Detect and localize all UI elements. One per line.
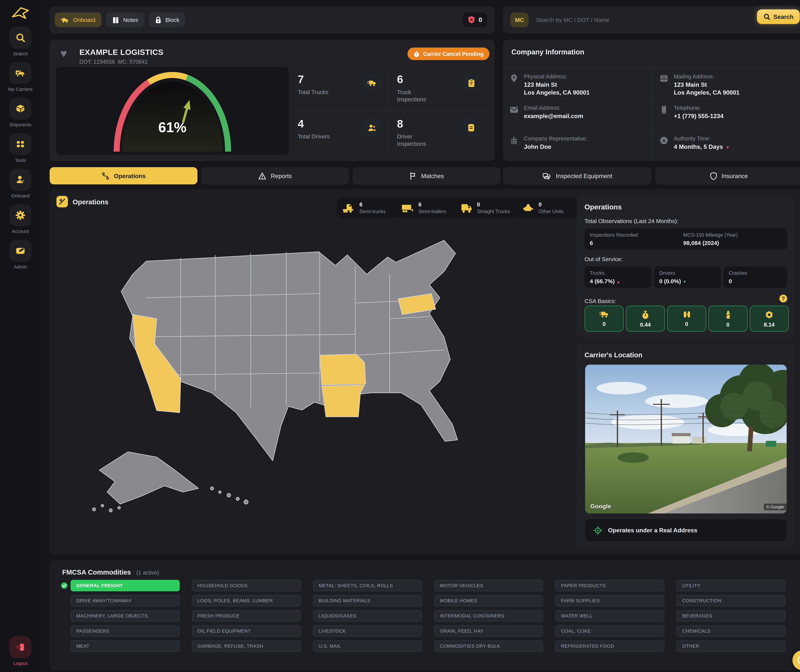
- tile-value: 98,084 (2024): [683, 240, 782, 246]
- field-value-2: Los Angeles, CA 90001: [674, 89, 799, 96]
- tires-icon: [682, 310, 691, 318]
- commodity-chip[interactable]: MOBILE HOMES: [434, 595, 543, 606]
- sidebar-item-admin[interactable]: Admin: [10, 240, 31, 270]
- unit-label: Other Units: [539, 209, 564, 214]
- tab-operations[interactable]: Operations: [50, 167, 197, 184]
- search-button-label: Search: [773, 14, 794, 20]
- tab-label: Inspected Equipment: [556, 173, 612, 179]
- commodity-chip[interactable]: PAPER PRODUCTS: [555, 580, 664, 591]
- unit-chip-straight-trucks[interactable]: 0Straight Trucks: [456, 197, 519, 218]
- commodity-chip[interactable]: GRAIN, FEED, HAY: [434, 625, 543, 637]
- tab-label: Block: [165, 17, 179, 23]
- route-icon: [101, 171, 110, 180]
- sidebar-item-my-carriers[interactable]: My Carriers: [8, 62, 32, 92]
- sidebar-item-account[interactable]: Account: [10, 204, 31, 234]
- unit-chip-semi-trailers[interactable]: 6Semi-trailers: [396, 197, 459, 218]
- commodity-chip[interactable]: BUILDING MATERIALS: [313, 595, 422, 606]
- tile-label: Inspections Recorded: [590, 232, 677, 238]
- commodity-chip[interactable]: UTILITY: [677, 580, 786, 591]
- tab-notes[interactable]: Notes: [106, 13, 144, 27]
- commodity-chip[interactable]: REFRIGERATED FOOD: [555, 640, 664, 652]
- observations-label: Total Observations (Last 24 Months):: [584, 218, 678, 224]
- sidebar-item-onboard[interactable]: Onboard: [10, 169, 31, 198]
- commodity-chip[interactable]: MEAT: [70, 640, 180, 652]
- search-type-chip[interactable]: MC: [510, 13, 529, 27]
- tab-inspected-equipment[interactable]: Inspected Equipment: [503, 167, 651, 184]
- commodity-chip[interactable]: U.S. MAIL: [313, 640, 422, 652]
- map-section-icon: [56, 196, 68, 207]
- unit-count: 0: [477, 202, 510, 208]
- favorite-button[interactable]: ♥: [57, 47, 70, 61]
- commodity-chip[interactable]: GENERAL FREIGHT: [70, 580, 180, 591]
- stat-total-trucks: 7Total Trucks: [290, 67, 390, 111]
- street-view-photo[interactable]: Google © Google: [585, 365, 787, 514]
- commodity-chip[interactable]: METAL: SHEETS, COILS, ROLLS: [313, 580, 422, 591]
- carrier-location-card: Carrier's Location: [577, 344, 795, 549]
- real-address-badge: Operates under a Real Address: [585, 519, 787, 541]
- stat-label: Total Drivers: [298, 133, 334, 140]
- search-button[interactable]: Search: [757, 10, 800, 24]
- tile-value: 0: [729, 278, 782, 284]
- unit-chip-other-units[interactable]: 0Other Units: [517, 197, 578, 218]
- truck-icon: [367, 78, 377, 88]
- straight-truck-icon: [460, 202, 473, 214]
- commodity-chip[interactable]: FARM SUPPLIES: [555, 595, 664, 606]
- alaska: [99, 452, 198, 504]
- alerts-count: 0: [479, 16, 482, 24]
- commodity-chip[interactable]: MACHINERY, LARGE OBJECTS: [70, 610, 180, 622]
- commodity-chip[interactable]: LOGS, POLES, BEAMS, LUMBER: [192, 595, 301, 606]
- grid-dots-icon: [16, 139, 25, 149]
- commodity-chip[interactable]: CONSTRUCTION: [677, 595, 786, 606]
- sidebar: Search My Carriers Shipments Tools Onboa…: [0, 0, 41, 672]
- field-telephone: Telephone: +1 (779) 555-1234: [653, 99, 800, 130]
- commodity-chip[interactable]: CHEMICALS: [677, 625, 786, 637]
- commodity-chip[interactable]: COAL, COKE: [555, 625, 664, 637]
- commodity-chip[interactable]: LIQUIDS/GASES: [313, 610, 422, 622]
- commodity-chip[interactable]: INTERMODAL CONTAINERS: [434, 610, 543, 622]
- commodity-chip[interactable]: COMMODITIES DRY BULK: [434, 640, 543, 652]
- commodity-chip[interactable]: GARBAGE, REFUSE, TRASH: [192, 640, 301, 652]
- field-mailing-address: Mailing Address: 123 Main St Los Angeles…: [653, 67, 800, 99]
- commodity-chip[interactable]: DRIVE AWAY/TOWAWAY: [70, 595, 180, 606]
- commodity-chip[interactable]: FRESH PRODUCE: [192, 610, 301, 622]
- commodity-chip[interactable]: LIVESTOCK: [313, 625, 422, 637]
- tab-block[interactable]: Block: [149, 13, 185, 27]
- tab-label: Insurance: [722, 173, 748, 179]
- commodity-chip[interactable]: PASSENGERS: [70, 625, 180, 637]
- field-value: 123 Main St: [524, 82, 648, 88]
- csa-value: 8.14: [764, 321, 774, 327]
- alerts-counter[interactable]: 0: [462, 13, 487, 27]
- tab-reports[interactable]: Reports: [201, 167, 349, 184]
- unit-label: Semi-trucks: [359, 209, 386, 214]
- sidebar-item-label: Search: [13, 51, 28, 56]
- sidebar-item-shipments[interactable]: Shipments: [9, 98, 32, 128]
- sidebar-item-tools[interactable]: Tools: [10, 133, 31, 163]
- commodity-chip[interactable]: WATER WELL: [555, 610, 664, 622]
- logout-button[interactable]: Logout: [10, 636, 31, 666]
- tab-onboard[interactable]: Onboard: [55, 13, 101, 27]
- company-overview-card: ♥ EXAMPLE LOGISTICS DOT: 1234556 MC: 570…: [50, 40, 495, 161]
- commodity-chip[interactable]: OTHER: [677, 640, 786, 652]
- company-info-card: Company Information Physical Address: 12…: [503, 40, 800, 161]
- stat-label: Driver Inspections: [397, 133, 434, 147]
- tab-matches[interactable]: Matches: [353, 167, 501, 184]
- csa-vehicle-maintenance: 0: [667, 306, 706, 332]
- field-label: Company Representative:: [524, 136, 648, 142]
- company-mc: MC: 570841: [118, 59, 148, 65]
- commodity-chip[interactable]: HOUSEHOLD GOODS: [192, 580, 301, 591]
- commodities-card: FMCSA Commodities (1 active) GENERAL FRE…: [50, 560, 800, 670]
- csa-help-icon[interactable]: ?: [779, 294, 787, 302]
- sidebar-item-search[interactable]: Search: [10, 27, 31, 56]
- safety-score-gauge: 61%: [56, 67, 289, 155]
- field-value: example@email.com: [524, 113, 648, 119]
- commodity-chip[interactable]: OIL FIELD EQUIPMENT: [192, 625, 301, 637]
- sidebar-item-label: Tools: [15, 158, 26, 163]
- trend-down-icon: ▼: [683, 280, 687, 284]
- tab-insurance[interactable]: Insurance: [655, 167, 800, 184]
- tile-value: 4 (66.7%): [590, 278, 615, 284]
- commodity-chip[interactable]: MOTOR VEHICLES: [434, 580, 543, 591]
- app-logo[interactable]: [10, 5, 30, 21]
- field-physical-address: Physical Address: 123 Main St Los Angele…: [503, 67, 653, 99]
- commodity-chip[interactable]: BEVERAGES: [677, 610, 786, 622]
- unit-chip-semi-trucks[interactable]: 6Semi-trucks: [337, 197, 398, 218]
